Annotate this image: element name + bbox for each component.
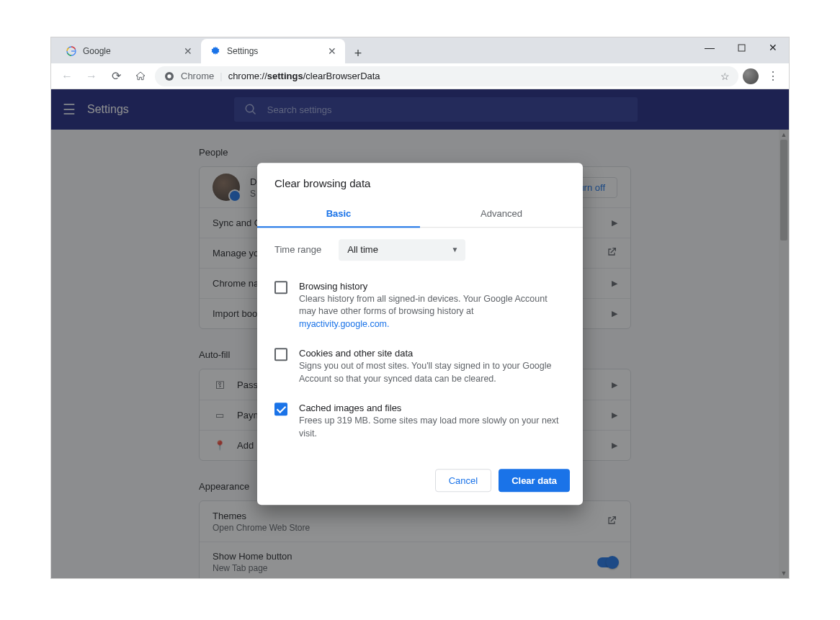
profile-avatar[interactable]: [743, 68, 759, 84]
tab-settings[interactable]: Settings ✕: [201, 39, 345, 63]
tab-title: Google: [83, 46, 111, 56]
dialog-title: Clear browsing data: [257, 163, 583, 201]
time-range-label: Time range: [274, 244, 321, 255]
google-favicon-icon: [66, 45, 77, 57]
option-title: Browsing history: [299, 281, 566, 292]
close-icon[interactable]: ✕: [184, 45, 192, 57]
reload-button[interactable]: ⟳: [106, 66, 126, 86]
time-range-value: All time: [347, 244, 378, 255]
settings-content: ☰ Settings Search settings People David …: [51, 89, 789, 578]
chrome-icon: [164, 71, 175, 82]
omnibox-url: chrome://settings/clearBrowserData: [228, 71, 380, 81]
back-button[interactable]: ←: [57, 66, 77, 86]
window-minimize[interactable]: —: [694, 37, 725, 58]
chrome-menu-button[interactable]: ⋮: [763, 66, 783, 86]
checkbox[interactable]: [274, 403, 287, 415]
option-desc: Frees up 319 MB. Some sites may load mor…: [299, 415, 566, 440]
option-cookies[interactable]: Cookies and other site data Signs you ou…: [274, 342, 566, 397]
address-bar[interactable]: Chrome | chrome://settings/clearBrowserD…: [155, 66, 738, 86]
clear-data-button[interactable]: Clear data: [499, 469, 570, 492]
omnibox-label: Chrome: [181, 71, 214, 81]
bookmark-star-icon[interactable]: ☆: [720, 71, 730, 82]
new-tab-button[interactable]: +: [348, 43, 368, 63]
forward-button[interactable]: →: [81, 66, 102, 86]
tab-strip: Google ✕ Settings ✕ +: [51, 37, 789, 63]
tab-advanced[interactable]: Advanced: [420, 201, 583, 227]
browser-toolbar: ← → ⟳ Chrome | chrome://settings/clearBr…: [51, 63, 789, 89]
option-desc: Clears history from all signed-in device…: [299, 293, 566, 331]
checkbox[interactable]: [274, 348, 287, 361]
tab-google[interactable]: Google ✕: [57, 39, 201, 63]
option-desc: Signs you out of most sites. You'll stay…: [299, 360, 566, 385]
option-browsing-history[interactable]: Browsing history Clears history from all…: [274, 275, 566, 343]
svg-point-4: [167, 74, 171, 78]
checkbox[interactable]: [274, 281, 287, 294]
myactivity-link[interactable]: myactivity.google.com.: [299, 319, 390, 329]
home-button[interactable]: [130, 66, 151, 86]
time-range-select[interactable]: All time ▼: [339, 239, 465, 261]
dialog-tabs: Basic Advanced: [257, 201, 583, 228]
option-cached[interactable]: Cached images and files Frees up 319 MB.…: [274, 397, 566, 451]
cancel-button[interactable]: Cancel: [435, 469, 491, 492]
option-title: Cached images and files: [299, 403, 566, 413]
chevron-down-icon: ▼: [451, 246, 458, 253]
option-title: Cookies and other site data: [299, 348, 566, 359]
maximize-icon: [738, 44, 746, 52]
close-icon[interactable]: ✕: [328, 45, 336, 57]
clear-browsing-data-dialog: Clear browsing data Basic Advanced Time …: [257, 163, 583, 506]
window-maximize[interactable]: [725, 37, 757, 58]
tab-title: Settings: [227, 46, 258, 56]
gear-icon: [210, 45, 221, 57]
tab-basic[interactable]: Basic: [257, 201, 420, 228]
svg-rect-2: [738, 45, 745, 51]
window-close[interactable]: ✕: [757, 37, 789, 58]
home-icon: [135, 71, 146, 82]
